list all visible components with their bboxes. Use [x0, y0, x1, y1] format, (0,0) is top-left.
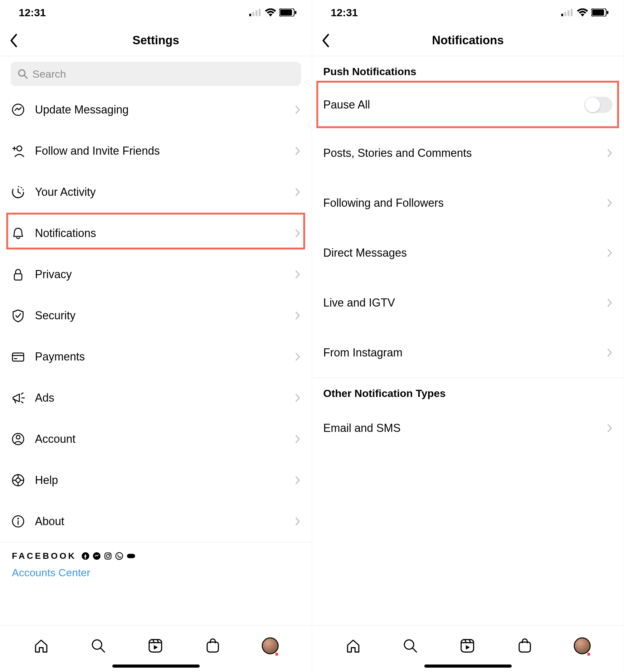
notif-item-label: Email and SMS — [323, 422, 607, 435]
accounts-center-link[interactable]: Accounts Center — [12, 567, 300, 579]
push-notifications-header: Push Notifications — [312, 56, 624, 81]
notif-item-dm[interactable]: Direct Messages — [312, 228, 624, 278]
svg-rect-3 — [259, 9, 261, 16]
svg-point-10 — [17, 146, 22, 151]
chevron-right-icon — [295, 187, 301, 197]
status-time: 12:31 — [331, 6, 358, 19]
search-placeholder: Search — [32, 68, 66, 80]
svg-rect-15 — [15, 274, 22, 280]
shop-icon — [205, 638, 221, 654]
wifi-icon — [577, 8, 588, 17]
notif-item-live-igtv[interactable]: Live and IGTV — [312, 278, 624, 328]
facebook-brand: FACEBOOK — [12, 551, 76, 561]
svg-line-19 — [21, 393, 23, 394]
svg-point-37 — [109, 554, 110, 555]
notif-item-label: Direct Messages — [323, 246, 607, 260]
messenger-icon — [11, 103, 25, 117]
search-tab-icon — [402, 638, 418, 654]
svg-rect-60 — [519, 642, 530, 652]
svg-rect-53 — [607, 11, 608, 14]
tab-profile[interactable] — [574, 637, 591, 654]
svg-rect-5 — [280, 9, 292, 16]
settings-item-about[interactable]: About — [0, 501, 312, 542]
tab-shop[interactable] — [205, 638, 221, 654]
status-icons — [249, 8, 297, 17]
cellular-icon — [249, 9, 262, 16]
notif-item-from-instagram[interactable]: From Instagram — [312, 328, 624, 378]
settings-item-help[interactable]: Help — [0, 460, 312, 501]
chevron-right-icon — [295, 311, 301, 320]
messenger-circle-icon — [93, 552, 101, 560]
settings-item-privacy[interactable]: Privacy — [0, 254, 312, 295]
svg-point-38 — [116, 553, 123, 559]
settings-item-label: Your Activity — [35, 186, 295, 199]
tab-shop[interactable] — [517, 638, 533, 654]
search-input[interactable]: Search — [10, 62, 301, 86]
facebook-footer: FACEBOOK Accounts Center — [0, 542, 312, 590]
status-icons — [561, 8, 609, 17]
instagram-small-icon — [104, 552, 112, 560]
pause-all-toggle[interactable] — [584, 97, 613, 113]
svg-rect-1 — [253, 12, 254, 16]
page-title: Notifications — [312, 34, 624, 47]
svg-point-23 — [16, 435, 20, 439]
settings-item-label: Security — [35, 309, 295, 322]
svg-rect-6 — [295, 11, 296, 14]
pause-all-label: Pause All — [323, 98, 584, 111]
settings-item-account[interactable]: Account — [0, 419, 312, 460]
megaphone-icon — [11, 391, 25, 405]
settings-item-ads[interactable]: Ads — [0, 377, 312, 419]
chevron-right-icon — [295, 434, 301, 444]
settings-item-notifications[interactable]: Notifications — [0, 213, 312, 254]
avatar — [574, 637, 591, 654]
card-icon — [11, 350, 25, 364]
svg-point-31 — [18, 518, 19, 519]
settings-item-update-messaging[interactable]: Update Messaging — [0, 89, 312, 130]
chevron-right-icon — [607, 248, 613, 258]
settings-item-your-activity[interactable]: Your Activity — [0, 171, 312, 213]
back-button[interactable] — [321, 33, 330, 48]
tab-home[interactable] — [33, 638, 49, 654]
bell-icon — [11, 226, 25, 240]
notif-item-email-sms[interactable]: Email and SMS — [312, 403, 624, 453]
pause-all-row[interactable]: Pause All — [312, 81, 624, 128]
cellular-icon — [561, 9, 574, 16]
account-icon — [11, 432, 25, 446]
settings-item-label: Privacy — [35, 268, 295, 281]
notif-item-posts-stories[interactable]: Posts, Stories and Comments — [312, 128, 624, 178]
chevron-right-icon — [607, 149, 613, 158]
clock-icon — [11, 185, 25, 199]
status-time: 12:31 — [19, 6, 46, 19]
settings-item-label: About — [35, 515, 295, 528]
search-icon — [18, 69, 28, 79]
chevron-left-icon — [9, 33, 18, 48]
tab-home[interactable] — [345, 638, 361, 654]
back-button[interactable] — [9, 33, 18, 48]
notif-item-label: Following and Followers — [323, 196, 607, 210]
tab-profile[interactable] — [262, 637, 279, 654]
notif-item-following[interactable]: Following and Followers — [312, 178, 624, 228]
tab-search[interactable] — [402, 638, 418, 654]
svg-line-41 — [101, 648, 105, 652]
tab-search[interactable] — [90, 638, 106, 654]
settings-item-follow-invite[interactable]: Follow and Invite Friends — [0, 130, 312, 171]
settings-item-label: Notifications — [35, 227, 295, 240]
svg-point-36 — [106, 555, 109, 558]
home-icon — [345, 638, 361, 654]
svg-rect-47 — [561, 14, 563, 16]
facebook-circle-icon — [81, 552, 89, 560]
home-indicator — [112, 665, 200, 668]
chevron-right-icon — [295, 393, 301, 403]
svg-rect-48 — [565, 12, 566, 16]
svg-rect-56 — [461, 640, 474, 652]
settings-item-payments[interactable]: Payments — [0, 336, 312, 377]
tab-reels[interactable] — [459, 638, 475, 654]
tab-reels[interactable] — [147, 638, 163, 654]
status-bar: 12:31 — [0, 0, 312, 25]
notif-item-label: Live and IGTV — [323, 296, 607, 310]
chevron-right-icon — [295, 352, 301, 361]
chevron-right-icon — [607, 298, 613, 307]
settings-item-security[interactable]: Security — [0, 295, 312, 336]
whatsapp-small-icon — [115, 552, 123, 560]
battery-icon — [279, 8, 297, 17]
